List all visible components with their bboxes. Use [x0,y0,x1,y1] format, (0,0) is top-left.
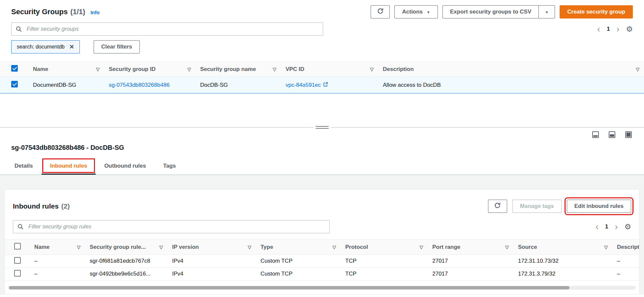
table-header-row: Name▽ Security group ID▽ Security group … [0,62,644,77]
layout-full-panel-icon[interactable] [625,131,632,140]
sort-icon[interactable]: ▽ [187,67,191,72]
sort-icon[interactable]: ▽ [77,245,80,250]
layout-bottom-panel-icon[interactable] [592,131,599,140]
column-header-name: Name [33,66,48,73]
refresh-icon [377,8,384,16]
clear-filters-button[interactable]: Clear filters [94,40,140,53]
actions-button[interactable]: Actions ▼ [394,5,438,18]
security-group-row[interactable]: DocumentDB-SG sg-07543db803268b486 DocDB… [0,77,644,93]
sort-icon[interactable]: ▽ [604,245,608,250]
edit-inbound-rules-button[interactable]: Edit inbound rules [567,200,631,213]
sort-icon[interactable]: ▽ [332,245,336,250]
cell-ip-version: IPv4 [168,268,256,280]
manage-tags-button[interactable]: Manage tags [512,200,562,213]
tab-inbound-rules[interactable]: Inbound rules [42,157,96,175]
export-split-button: Export security groups to CSV ▼ [443,5,555,18]
inbound-rules-table: Name▽ Security group rule...▽ IP version… [5,239,639,280]
column-header-ip-version: IP version [172,244,199,250]
sort-icon[interactable]: ▽ [419,245,423,250]
filter-chip: search: documentdb ✕ [11,40,80,53]
vpc-id-link[interactable]: vpc-84a591ec [286,82,321,88]
row-checkbox[interactable] [14,270,21,277]
inbound-rules-title: Inbound rules (2) [13,202,70,210]
tab-inbound-rules-label: Inbound rules [50,163,87,169]
column-header-description: Description [383,66,414,73]
sort-icon[interactable]: ▽ [370,67,374,72]
cell-protocol: TCP [341,255,428,268]
sort-icon[interactable]: ▽ [505,245,509,250]
active-filters-row: search: documentdb ✕ Clear filters [0,40,644,53]
sort-icon[interactable]: ▽ [636,67,639,72]
inbound-rule-row[interactable]: – sgr-0f681a81edcb767c8 IPv4 Custom TCP … [5,255,639,268]
page-title: Security Groups (1/1) Info [11,8,100,16]
split-panel-drag-handle[interactable] [314,124,331,130]
filter-security-groups-input[interactable] [11,22,323,36]
top-pagination: ‹ 1 › ⚙ [597,25,633,34]
sort-icon[interactable]: ▽ [159,245,163,250]
next-page-button[interactable]: › [616,25,619,34]
preferences-gear-icon[interactable]: ⚙ [624,223,631,231]
caret-down-icon: ▼ [545,11,549,14]
page-title-text: Security Groups [11,8,68,16]
previous-page-button[interactable]: ‹ [596,222,598,231]
preferences-gear-icon[interactable]: ⚙ [626,25,633,33]
create-security-group-button[interactable]: Create security group [560,5,633,18]
refresh-icon [494,202,501,211]
rules-header-row: Name▽ Security group rule...▽ IP version… [5,240,639,255]
column-header-sg-id: Security group ID [109,66,156,73]
clear-filters-label: Clear filters [101,44,132,50]
inbound-rule-row[interactable]: – sgr-0492bbe9e6c5d16... IPv4 Custom TCP… [5,268,639,280]
cell-ip-version: IPv4 [168,255,256,268]
column-header-description: Description [617,244,639,250]
cell-port-range: 27017 [428,268,513,280]
current-page: 1 [607,26,610,32]
column-header-type: Type [261,244,273,250]
inbound-rules-title-text: Inbound rules [13,202,59,210]
filter-row: ‹ 1 › ⚙ [0,22,644,36]
sort-icon[interactable]: ▽ [96,67,100,72]
row-checkbox[interactable] [11,81,18,87]
empty-space [0,93,644,127]
cell-source: 172.31.3.79/32 [513,268,612,280]
select-all-checkbox[interactable] [11,65,18,72]
security-group-id-link[interactable]: sg-07543db803268b486 [109,82,169,88]
row-checkbox[interactable] [14,257,21,264]
detail-pane-title: sg-07543db803268b486 - DocDB-SG [0,144,644,151]
split-panel-divider [0,127,644,128]
export-csv-button[interactable]: Export security groups to CSV [443,5,539,18]
cell-type: Custom TCP [256,268,341,280]
cell-description: Allow access to DocDB [378,77,644,93]
security-groups-table: Name▽ Security group ID▽ Security group … [0,61,644,93]
tab-content-area: Inbound rules (2) Manage tags Edit inbou… [0,175,644,295]
sort-icon[interactable]: ▽ [273,67,276,72]
next-page-button[interactable]: › [615,222,618,231]
actions-button-label: Actions [402,9,422,15]
horizontal-scrollbar [8,286,636,290]
page-header: Security Groups (1/1) Info Actions ▼ Exp… [0,5,644,19]
search-icon [17,224,23,230]
layout-half-panel-icon[interactable] [608,131,616,140]
sort-icon[interactable]: ▽ [248,245,251,250]
manage-tags-label: Manage tags [520,203,554,210]
filter-rules-input[interactable] [13,220,330,233]
export-csv-caret-button[interactable]: ▼ [538,5,555,18]
tab-details[interactable]: Details [6,157,42,175]
tab-outbound-rules[interactable]: Outbound rules [96,157,155,175]
scrollbar-thumb[interactable] [9,286,569,289]
cell-protocol: TCP [341,268,428,280]
rules-table-viewport: Name▽ Security group rule...▽ IP version… [5,239,639,280]
column-header-source: Source [518,244,537,250]
tab-tags[interactable]: Tags [155,157,184,175]
edit-inbound-rules-label: Edit inbound rules [574,203,624,210]
info-link[interactable]: Info [90,10,100,15]
previous-page-button[interactable]: ‹ [597,25,600,34]
remove-filter-icon[interactable]: ✕ [69,43,74,50]
security-groups-search [11,22,323,36]
inbound-rules-header: Inbound rules (2) Manage tags Edit inbou… [5,190,639,219]
select-all-checkbox[interactable] [14,243,21,249]
refresh-button[interactable] [371,5,390,18]
column-header-rule-id: Security group rule... [90,244,146,250]
cell-rule-id: sgr-0f681a81edcb767c8 [85,255,168,268]
refresh-button[interactable] [488,200,507,213]
rules-search [13,220,330,233]
